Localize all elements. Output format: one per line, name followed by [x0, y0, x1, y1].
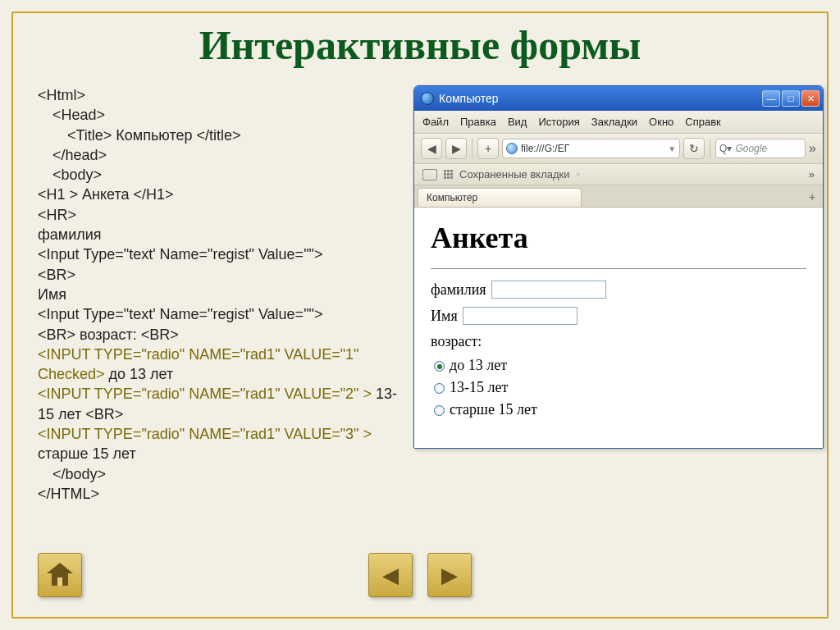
- menu-bookmarks[interactable]: Закладки: [591, 116, 637, 128]
- label-surname: фамилия: [431, 281, 486, 299]
- radio-label: до 13 лет: [450, 357, 507, 373]
- code-line: <body>: [38, 165, 399, 185]
- nav-buttons: ◀ ▶: [13, 553, 827, 597]
- code-line: <Input Type="text' Name="regist" Value="…: [38, 304, 399, 324]
- minimize-button[interactable]: —: [762, 90, 780, 107]
- code-line: <Head>: [38, 105, 399, 125]
- url-field[interactable]: file:///G:/ЕГ ▼: [502, 139, 680, 158]
- home-button[interactable]: [38, 553, 82, 597]
- home-icon: [48, 564, 72, 586]
- overflow-icon[interactable]: »: [809, 141, 816, 156]
- code-line: фамилия: [38, 225, 399, 244]
- label-name: Имя: [431, 308, 458, 325]
- search-icon: Q▾: [719, 143, 732, 154]
- code-line: <INPUT TYPE="radio" NAME="rad1" VALUE="2…: [38, 384, 399, 424]
- code-line: <Html>: [38, 85, 399, 105]
- input-name[interactable]: [463, 307, 578, 325]
- radio-label: 13-15 лет: [450, 379, 508, 395]
- menu-bar: Файл Правка Вид История Закладки Окно Сп…: [414, 111, 823, 134]
- code-line: </head>: [38, 145, 399, 165]
- separator: [472, 139, 472, 158]
- code-line: <HR>: [38, 205, 399, 225]
- code-line: <INPUT TYPE="radio" NAME="rad1" VALUE="1…: [38, 345, 399, 385]
- next-button[interactable]: ▶: [427, 553, 472, 597]
- prev-button[interactable]: ◀: [368, 553, 413, 597]
- radio-age-1[interactable]: [434, 361, 445, 372]
- code-line: Имя: [38, 285, 399, 304]
- menu-view[interactable]: Вид: [508, 116, 527, 128]
- browser-window: Компьютер — □ ✕ Файл Правка Вид История …: [413, 85, 824, 449]
- input-surname[interactable]: [491, 281, 606, 299]
- url-text: file:///G:/ЕГ: [521, 143, 664, 154]
- back-button[interactable]: ◀: [421, 138, 442, 159]
- code-line: </body>: [38, 464, 399, 484]
- forward-button[interactable]: ▶: [445, 138, 467, 159]
- page-content: Анкета фамилия Имя возраст: до 13 лет 13…: [414, 208, 823, 448]
- menu-window[interactable]: Окно: [649, 116, 673, 128]
- titlebar[interactable]: Компьютер — □ ✕: [414, 86, 823, 111]
- code-line: <Title> Компьютер </title>: [38, 126, 399, 145]
- code-line: <H1 > Анкета </H1>: [38, 185, 399, 204]
- radio-age-2[interactable]: [434, 383, 445, 394]
- bookmarks-label[interactable]: Сохраненные вкладки: [459, 168, 569, 180]
- menu-file[interactable]: Файл: [422, 116, 449, 128]
- tab-bar: Компьютер +: [414, 185, 823, 208]
- divider: [431, 268, 806, 269]
- app-icon: [421, 92, 434, 105]
- code-line: <Input Type="text' Name="regist" Value="…: [38, 244, 399, 264]
- radio-age-3[interactable]: [434, 405, 445, 416]
- menu-history[interactable]: История: [538, 116, 579, 128]
- slide-frame: Интерактивные формы <Html> <Head> <Title…: [11, 11, 829, 619]
- close-button[interactable]: ✕: [801, 90, 819, 107]
- tab-active[interactable]: Компьютер: [418, 188, 582, 207]
- search-placeholder: Google: [735, 143, 767, 154]
- grid-icon[interactable]: [444, 170, 453, 179]
- globe-icon: [506, 143, 518, 154]
- page-heading: Анкета: [431, 221, 806, 255]
- code-line: </HTML>: [38, 484, 399, 504]
- overflow-icon[interactable]: »: [809, 168, 815, 180]
- maximize-button[interactable]: □: [782, 90, 800, 107]
- content-row: <Html> <Head> <Title> Компьютер </title>…: [13, 69, 827, 504]
- book-icon[interactable]: [422, 169, 437, 180]
- radio-label: старше 15 лет: [450, 401, 537, 418]
- new-tab-button[interactable]: +: [801, 190, 823, 207]
- toolbar: ◀ ▶ + file:///G:/ЕГ ▼ ↻ Q▾ Google: [414, 134, 823, 164]
- dropdown-icon[interactable]: ▼: [668, 144, 676, 153]
- code-listing: <Html> <Head> <Title> Компьютер </title>…: [38, 85, 399, 504]
- code-line: <INPUT TYPE="radio" NAME="rad1" VALUE="3…: [38, 424, 399, 464]
- code-line: <BR> возраст: <BR>: [38, 325, 399, 345]
- reload-button[interactable]: ↻: [683, 138, 705, 159]
- label-age: возраст:: [431, 333, 806, 350]
- menu-edit[interactable]: Правка: [460, 116, 496, 128]
- separator: [710, 139, 710, 158]
- bookmarks-bar: Сохраненные вкладки ▫ »: [414, 164, 823, 185]
- window-title: Компьютер: [439, 92, 498, 105]
- search-field[interactable]: Q▾ Google: [715, 139, 806, 158]
- slide-title: Интерактивные формы: [13, 21, 827, 69]
- menu-help[interactable]: Справк: [685, 116, 720, 128]
- add-button[interactable]: +: [477, 138, 499, 159]
- code-line: <BR>: [38, 265, 399, 285]
